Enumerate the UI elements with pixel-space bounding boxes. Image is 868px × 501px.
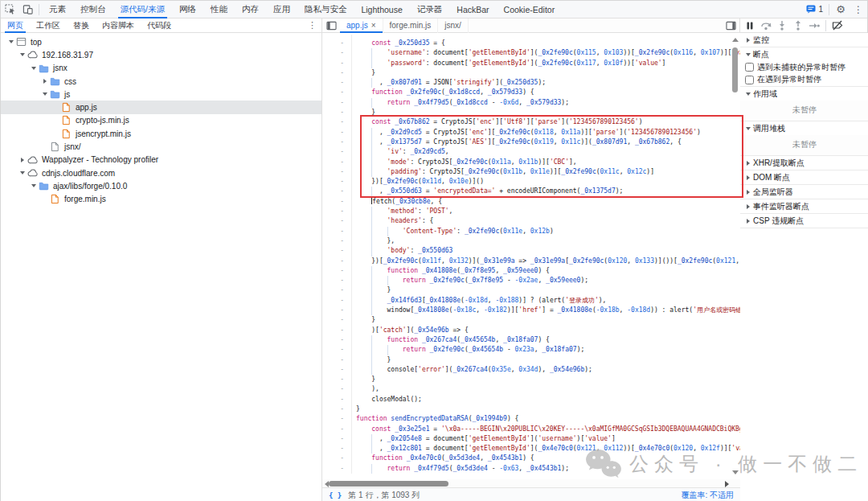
sidebar-section-header-事件监听器断点[interactable]: 事件监听器断点: [740, 199, 868, 213]
coverage-link[interactable]: 覆盖率: 不适用: [681, 490, 734, 501]
top-tab-应用[interactable]: 应用: [266, 1, 297, 18]
code-line: - function _0x4e70c0(_0x5d3de4, _0x4543b…: [322, 454, 740, 463]
exception-pause-checkbox[interactable]: [745, 76, 754, 84]
close-tab-icon[interactable]: ×: [371, 21, 376, 30]
sidebar-section-header-监控[interactable]: 监控: [740, 33, 868, 47]
code-line: - }: [322, 285, 740, 295]
tree-item-label: 192.168.31.97: [42, 51, 93, 60]
messages-count: 1: [818, 5, 823, 14]
chevron-right-icon[interactable]: [41, 77, 49, 85]
sidebar-section-label: XHR/提取断点: [753, 158, 805, 169]
tree-item-cdnjs.cloudflare.com[interactable]: cdnjs.cloudflare.com: [1, 166, 321, 179]
chevron-down-icon[interactable]: [7, 38, 15, 46]
sources-navigator-pane: top192.168.31.97jsnxcssjsapp.jscrypto-js…: [1, 33, 322, 501]
code-line: - 'mode': CryptoJS[_0x2fe90c(0x11a, 0x11…: [322, 158, 740, 167]
tree-indent: [52, 117, 60, 125]
settings-gear-button[interactable]: ⚙: [832, 2, 850, 18]
step-out-button[interactable]: [791, 19, 805, 32]
tree-item-192.168.31.97[interactable]: 192.168.31.97: [1, 48, 321, 61]
exception-pause-checkbox[interactable]: [745, 63, 754, 72]
tree-item-jsencrypt.min.js[interactable]: jsencrypt.min.js: [1, 127, 321, 140]
horizontal-scrollbar-thumb[interactable]: [329, 481, 448, 487]
chevron-down-icon[interactable]: [18, 169, 27, 177]
chevron-right-icon[interactable]: [18, 156, 27, 164]
top-tab-记录器[interactable]: 记录器: [410, 1, 450, 18]
code-line-content: }: [352, 315, 740, 325]
sidebar-section-header-作用域[interactable]: 作用域: [740, 87, 868, 101]
tree-item-css[interactable]: css: [1, 75, 321, 88]
tree-item-top[interactable]: top: [1, 35, 321, 48]
sidebar-section-header-调用堆栈[interactable]: 调用堆栈: [740, 121, 868, 135]
chevron-down-icon[interactable]: [41, 90, 49, 98]
chevron-right-icon: [744, 36, 752, 44]
top-tab-性能[interactable]: 性能: [203, 1, 235, 18]
tree-item-jsnx/[interactable]: jsnx/: [1, 140, 321, 153]
top-tab-Cookie-Editor[interactable]: Cookie-Editor: [497, 1, 563, 18]
line-gutter: -: [322, 216, 352, 226]
line-gutter: -: [322, 464, 352, 474]
vertical-scrollbar[interactable]: [731, 35, 739, 478]
tree-item-ajax/libs/forge/0.10.0[interactable]: ajax/libs/forge/0.10.0: [1, 179, 321, 192]
line-gutter: -: [322, 395, 352, 404]
inspect-element-button[interactable]: [1, 2, 18, 18]
step-over-button[interactable]: [759, 19, 773, 32]
chevron-down-icon[interactable]: [30, 64, 38, 72]
chevron-right-icon: [744, 217, 752, 225]
sidebar-section-header-CSP 违规断点[interactable]: CSP 违规断点: [740, 214, 868, 228]
line-gutter: -: [322, 266, 352, 276]
scroll-up-arrow[interactable]: [732, 38, 739, 42]
tree-item-app.js[interactable]: app.js: [1, 101, 321, 113]
vertical-scrollbar-thumb[interactable]: [732, 47, 738, 92]
navigator-tab-网页[interactable]: 网页: [1, 18, 30, 33]
tree-item-crypto-js.min.js[interactable]: crypto-js.min.js: [1, 114, 321, 127]
tree-item-Wappalyzer - Technology profiler[interactable]: Wappalyzer - Technology profiler: [1, 154, 321, 166]
more-options-menu[interactable]: ⋮: [850, 2, 867, 18]
top-tab-Lighthouse[interactable]: Lighthouse: [354, 1, 409, 18]
code-line: - 'padding': CryptoJS[_0x2fe90c(0x11b, 0…: [322, 167, 740, 177]
code-line-content: 'body': _0x550d63: [352, 246, 740, 256]
tree-item-forge.min.js[interactable]: forge.min.js: [1, 193, 321, 206]
sidebar-section-header-断点[interactable]: 断点: [740, 47, 868, 61]
navigator-tab-内容脚本[interactable]: 内容脚本: [96, 18, 141, 33]
sidebar-section-header-XHR/提取断点[interactable]: XHR/提取断点: [740, 156, 868, 170]
top-tab-内存[interactable]: 内存: [235, 1, 266, 18]
navigator-tab-工作区[interactable]: 工作区: [30, 18, 67, 33]
navigator-tab-替换[interactable]: 替换: [67, 18, 96, 33]
toggle-navigator-button[interactable]: [322, 18, 340, 34]
editor-tab-app.js[interactable]: app.js×: [340, 18, 383, 33]
scroll-down-arrow[interactable]: [732, 470, 739, 474]
navigator-more-menu[interactable]: ⋮: [303, 20, 321, 31]
navigator-tab-代码段[interactable]: 代码段: [141, 18, 178, 33]
top-tab-控制台[interactable]: 控制台: [73, 1, 113, 18]
code-editor[interactable]: -function sendEncryptedData(_0x30cb8e) {…: [322, 33, 740, 479]
tree-item-js[interactable]: js: [1, 88, 321, 101]
code-line: - return _0x4f79d5(_0x5d3de4 - -0x63, _0…: [322, 464, 740, 474]
horizontal-scrollbar[interactable]: [322, 479, 740, 487]
editor-tab-jsnx/[interactable]: jsnx/: [438, 18, 469, 33]
device-toolbar-button[interactable]: [18, 2, 36, 18]
editor-tab-forge.min.js[interactable]: forge.min.js: [383, 18, 439, 33]
chevron-down-icon[interactable]: [18, 51, 27, 59]
sidebar-section-header-DOM 断点[interactable]: DOM 断点: [740, 170, 868, 184]
top-tab-隐私与安全[interactable]: 隐私与安全: [297, 1, 354, 18]
chevron-down-icon[interactable]: [30, 182, 38, 190]
toggle-debugger-sidebar-button[interactable]: [722, 18, 739, 34]
code-line-content: window[_0x41808e(-0x18c, -0x182)]['href'…: [352, 306, 740, 315]
sidebar-section-header-全局监听器[interactable]: 全局监听器: [740, 185, 868, 199]
pause-button[interactable]: [743, 19, 757, 32]
console-messages-indicator[interactable]: 1: [803, 5, 826, 14]
tree-item-jsnx[interactable]: jsnx: [1, 62, 321, 75]
step-into-button[interactable]: [775, 19, 789, 32]
top-tab-元素[interactable]: 元素: [42, 1, 73, 18]
top-tab-源代码/来源[interactable]: 源代码/来源: [113, 1, 172, 18]
code-line: - const _0x250d35 = {: [322, 39, 740, 48]
line-gutter: -: [322, 365, 352, 375]
top-tab-HackBar[interactable]: HackBar: [449, 1, 496, 18]
line-gutter: -: [322, 315, 352, 325]
step-button[interactable]: [807, 19, 821, 32]
scroll-right-arrow[interactable]: [725, 481, 729, 487]
pretty-print-button[interactable]: { }: [329, 491, 342, 499]
deactivate-breakpoints-button[interactable]: [830, 19, 845, 32]
line-gutter: -: [322, 276, 352, 285]
top-tab-网络[interactable]: 网络: [172, 1, 203, 18]
